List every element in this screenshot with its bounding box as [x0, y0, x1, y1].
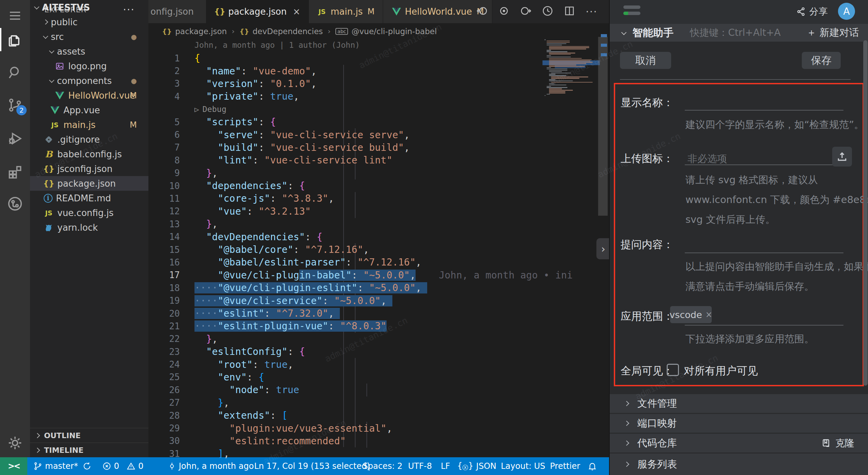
source-control-icon[interactable]: 2 [0, 92, 30, 118]
breadcrumb[interactable]: {} package.json › {} devDependencies › a… [148, 23, 609, 39]
codelens-debug[interactable]: ▷Debug [148, 103, 609, 116]
code-line-2[interactable]: 2 "name": "vue-demo", [148, 64, 609, 77]
section-file-management[interactable]: 文件管理 [610, 394, 868, 413]
breadcrumb-symbol[interactable]: @vue/cli-plugin-babel [351, 27, 437, 36]
nav-forward-icon[interactable] [520, 5, 532, 18]
save-button[interactable]: 保存 [802, 52, 841, 69]
search-icon[interactable] [0, 59, 30, 85]
tree-item-jsconfig.json[interactable]: {}jsconfig.json [30, 161, 148, 176]
code-line-27[interactable]: 27 }, [148, 397, 609, 409]
timeline-section[interactable]: TIMELINE [30, 443, 148, 457]
remove-tag-icon[interactable]: × [706, 310, 712, 319]
tab-package.json[interactable]: {}package.json× [206, 0, 309, 23]
display-name-input[interactable] [685, 110, 843, 111]
sync-icon[interactable] [83, 457, 91, 475]
tree-item-vue.config.js[interactable]: JSvue.config.js [30, 205, 148, 220]
breadcrumb-file[interactable]: package.json [175, 27, 227, 36]
code-area[interactable]: John, a month ago | 1 author (John) 1{2 … [148, 39, 609, 457]
code-line-29[interactable]: 29 "plugin:vue/vue3-essential", [148, 422, 609, 434]
project-root-item[interactable]: AITESTVS [30, 0, 148, 15]
extensions-icon[interactable] [0, 159, 30, 185]
code-line-23[interactable]: 23 "eslintConfig": { [148, 345, 609, 358]
tree-item-yarn.lock[interactable]: yarn.lock [30, 220, 148, 235]
scope-input[interactable] [685, 325, 843, 326]
breadcrumb-node[interactable]: devDependencies [252, 27, 323, 36]
global-visible-checkbox[interactable] [667, 364, 679, 376]
remote-indicator[interactable]: >< [0, 457, 27, 475]
tree-item-App.vue[interactable]: App.vue [30, 103, 148, 117]
tree-item-.gitignore[interactable]: .gitignore [30, 132, 148, 147]
code-line-5[interactable]: 5 "scripts": { [148, 116, 609, 128]
drag-handle[interactable] [623, 5, 640, 9]
nav-back-icon[interactable] [476, 5, 488, 18]
cancel-button[interactable]: 取消 [620, 52, 671, 69]
clone-button[interactable]: 克隆 [822, 437, 854, 450]
panel-scrollbar[interactable] [863, 40, 868, 386]
code-line-14[interactable]: 14 "devDependencies": { [148, 230, 609, 243]
section-code-repo[interactable]: 代码仓库 克隆 [610, 434, 868, 452]
code-line-21[interactable]: 21····"eslint-plugin-vue": "^8.0.3" [148, 320, 609, 332]
tree-item-HelloWorld.vue[interactable]: HelloWorld.vueM [30, 88, 148, 103]
history-icon[interactable] [542, 5, 553, 18]
tree-item-src[interactable]: src● [30, 29, 148, 44]
scope-tag[interactable]: vscode × [670, 306, 712, 323]
upload-icon-input[interactable] [685, 164, 843, 165]
settings-gear-icon[interactable] [0, 430, 30, 456]
code-line-8[interactable]: 8 "lint": "vue-cli-service lint" [148, 154, 609, 167]
section-port-mapping[interactable]: 端口映射 [610, 414, 868, 433]
run-debug-icon[interactable] [0, 126, 30, 152]
tab-HelloWorld.vue[interactable]: HelloWorld.vueM [383, 0, 492, 23]
new-chat-button[interactable]: ＋ 新建对话 [807, 26, 859, 40]
code-line-11[interactable]: 11 "core-js": "^3.8.3", [148, 192, 609, 205]
split-editor-icon[interactable] [564, 5, 575, 18]
tree-item-README.md[interactable]: iREADME.md [30, 191, 148, 205]
share-button[interactable]: 分享 [796, 5, 828, 18]
tree-item-logo.png[interactable]: logo.png [30, 59, 148, 73]
code-line-1[interactable]: 1{ [148, 52, 609, 64]
avatar[interactable]: A [838, 3, 855, 20]
code-line-30[interactable]: 30 "eslint:recommended" [148, 435, 609, 447]
code-line-15[interactable]: 15 "@babel/core": "^7.12.16", [148, 243, 609, 256]
assistant-header[interactable]: 智能助手 快捷键：Ctrl+Alt+A ＋ 新建对话 [610, 24, 868, 42]
code-line-25[interactable]: 25 "env": { [148, 371, 609, 384]
close-icon[interactable]: × [293, 6, 300, 17]
code-line-9[interactable]: 9 }, [148, 167, 609, 179]
tree-item-package.json[interactable]: {}package.json [30, 176, 148, 191]
tab-onfig.json[interactable]: onfig.json [148, 0, 206, 23]
code-line-7[interactable]: 7 "build": "vue-cli-service build", [148, 141, 609, 154]
tree-item-components[interactable]: components● [30, 73, 148, 88]
tree-item-babel.config.js[interactable]: Bbabel.config.js [30, 147, 148, 161]
menu-icon[interactable] [0, 3, 30, 29]
outline-section[interactable]: OUTLINE [30, 428, 148, 443]
upload-icon-placeholder[interactable]: 非必选项 [688, 152, 727, 166]
explorer-icon[interactable] [0, 27, 30, 53]
code-line-6[interactable]: 6 "serve": "vue-cli-service serve", [148, 128, 609, 141]
editor-more-actions-icon[interactable]: ··· [585, 6, 597, 18]
code-line-16[interactable]: 16 "@babel/eslint-parser": "^7.12.16", [148, 256, 609, 269]
code-line-20[interactable]: 20····"eslint": "^7.32.0", [148, 307, 609, 320]
code-line-31[interactable]: 31 ], [148, 447, 609, 460]
code-line-13[interactable]: 13 }, [148, 218, 609, 230]
git-branch-item[interactable]: master* [33, 457, 78, 475]
code-line-28[interactable]: 28 "extends": [ [148, 409, 609, 422]
tab-main.js[interactable]: JSmain.jsM [309, 0, 383, 23]
code-line-24[interactable]: 24 "root": true, [148, 358, 609, 371]
code-line-4[interactable]: 4 "private": true, [148, 90, 609, 103]
code-line-22[interactable]: 22 }, [148, 333, 609, 345]
problems-item[interactable]: 0 0 [102, 457, 144, 475]
code-line-26[interactable]: 26 "node": true [148, 384, 609, 396]
tree-item-main.js[interactable]: JSmain.jsM [30, 117, 148, 132]
code-line-10[interactable]: 10 "dependencies": { [148, 179, 609, 192]
upload-button[interactable] [832, 147, 852, 167]
section-service-list[interactable]: 服务列表 [610, 454, 868, 475]
tree-item-assets[interactable]: assets [30, 44, 148, 59]
code-line-17[interactable]: 17 "@vue/cli-plugin-babel": "~5.0.0",Joh… [148, 269, 609, 282]
nav-current-icon[interactable] [498, 5, 510, 18]
code-line-18[interactable]: 18····"@vue/cli-plugin-eslint": "~5.0.0"… [148, 282, 609, 294]
remote-explorer-icon[interactable] [0, 191, 30, 217]
question-input[interactable] [685, 253, 843, 253]
code-line-12[interactable]: 12 "vue": "^3.2.13" [148, 205, 609, 218]
drag-handle[interactable] [623, 12, 640, 15]
code-line-3[interactable]: 3 "version": "0.1.0", [148, 77, 609, 90]
code-line-19[interactable]: 19····"@vue/cli-service": "~5.0.0", [148, 294, 609, 307]
